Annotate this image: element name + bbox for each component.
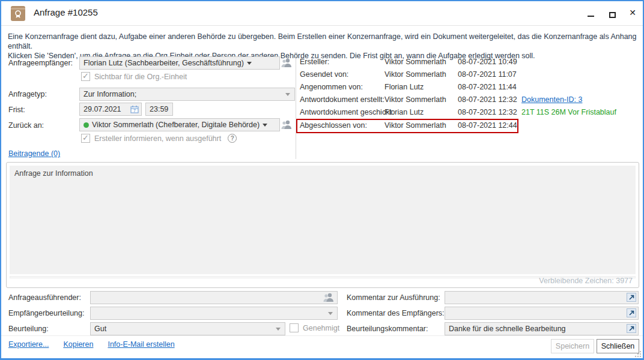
document-id-link[interactable]: Dokumenten-ID: 3 bbox=[521, 95, 582, 104]
history-name: Viktor Sommerlath bbox=[384, 58, 458, 66]
chevron-down-icon bbox=[263, 124, 267, 127]
history-name: Viktor Sommerlath bbox=[384, 121, 458, 130]
deadline-time-input[interactable]: 23:59 bbox=[145, 103, 173, 116]
rating-comment-value: Danke für die schnelle Bearbeitung bbox=[449, 325, 566, 333]
expand-icon[interactable] bbox=[627, 308, 636, 317]
intro-line-1: Eine Konzernanfrage dient dazu, Aufgabe … bbox=[8, 32, 640, 51]
close-dialog-button[interactable]: Schließen bbox=[597, 339, 639, 353]
executor-label: Anfrageausführender: bbox=[8, 293, 81, 302]
footer-divider bbox=[1, 335, 643, 336]
history-label: Angenommen von: bbox=[300, 83, 384, 91]
maximize-icon bbox=[609, 12, 616, 18]
history-date: 08-07-2021 12:32 bbox=[458, 108, 521, 116]
deadline-label: Frist: bbox=[8, 106, 25, 114]
history-row-answer-created: Antwortdokument erstellt: Viktor Sommerl… bbox=[300, 95, 582, 104]
expand-icon[interactable] bbox=[627, 324, 636, 333]
people-icon[interactable] bbox=[280, 58, 293, 68]
rating-comment-label: Beurteilungskommentar: bbox=[347, 325, 428, 333]
message-panel: Anfrage zur Information Verbleibende Zei… bbox=[6, 162, 639, 288]
rating-dropdown[interactable]: Gut bbox=[90, 322, 285, 335]
minimize-icon bbox=[588, 16, 594, 17]
request-app-icon bbox=[11, 6, 25, 21]
request-type-value: Zur Information; bbox=[84, 90, 136, 98]
request-type-label: Anfragetyp: bbox=[8, 90, 47, 98]
org-unit-visible-checkbox[interactable]: Sichtbar für die Org.-Einheit bbox=[81, 72, 187, 81]
comment-execution-field[interactable] bbox=[445, 291, 639, 304]
calendar-icon[interactable]: 7 bbox=[130, 105, 139, 113]
return-to-dropdown[interactable]: Viktor Sommerlath (Chefberater, Digitale… bbox=[79, 118, 280, 131]
close-button[interactable]: ✕ bbox=[624, 5, 642, 20]
history-name: Viktor Sommerlath bbox=[384, 70, 458, 79]
comment-execution-label: Kommentar zur Ausführung: bbox=[347, 293, 440, 302]
message-text: Anfrage zur Information bbox=[14, 169, 93, 178]
form-divider bbox=[296, 56, 296, 159]
chevron-down-icon bbox=[328, 312, 333, 315]
rating-value: Gut bbox=[94, 325, 106, 333]
people-icon[interactable] bbox=[280, 119, 293, 130]
history-label: Abgeschlossen von: bbox=[300, 121, 384, 130]
recipient-rating-dropdown[interactable] bbox=[90, 307, 338, 320]
window-title: Anfrage #10255 bbox=[34, 7, 98, 17]
approved-checkbox[interactable]: Genehmigt bbox=[290, 323, 339, 332]
copy-link[interactable]: Kopieren bbox=[63, 340, 93, 349]
maximize-button[interactable] bbox=[603, 5, 621, 20]
checkbox-checked-icon bbox=[81, 134, 90, 143]
dialog-window: Anfrage #10255 ✕ Eine Konzernanfrage die… bbox=[0, 0, 644, 360]
resize-grip[interactable] bbox=[634, 350, 642, 358]
inform-creator-checkbox[interactable]: Ersteller informieren, wenn ausgeführt ? bbox=[81, 134, 237, 143]
people-icon[interactable] bbox=[322, 292, 335, 303]
history-name: Florian Lutz bbox=[384, 83, 458, 91]
executor-field[interactable] bbox=[90, 291, 338, 304]
chevron-down-icon bbox=[285, 93, 290, 96]
expand-icon[interactable] bbox=[627, 293, 636, 302]
remaining-chars: Verbleibende Zeichen: 3977 bbox=[539, 277, 633, 285]
history-label: Antwortdokument geschickt: bbox=[300, 108, 384, 116]
return-to-label: Zurück an: bbox=[8, 121, 44, 130]
checkbox-unchecked-icon bbox=[290, 323, 299, 332]
help-icon[interactable]: ? bbox=[228, 134, 237, 143]
request-recipient-label: Anfrageempfänger: bbox=[8, 59, 73, 67]
history-date: 08-07-2021 11:07 bbox=[458, 70, 521, 79]
export-link[interactable]: Exportiere... bbox=[8, 340, 49, 349]
request-recipient-value: Florian Lutz (Sachbearbeiter, Geschäftsf… bbox=[84, 59, 244, 67]
minimize-button[interactable] bbox=[582, 5, 600, 20]
history-row-completed: Abgeschlossen von: Viktor Sommerlath 08-… bbox=[300, 121, 521, 130]
history-row-answer-sent: Antwortdokument geschickt: Florian Lutz … bbox=[300, 108, 616, 116]
recipient-rating-label: Empfängerbeurteilung: bbox=[8, 309, 84, 317]
comment-recipient-field[interactable] bbox=[445, 307, 639, 320]
approved-label: Genehmigt bbox=[303, 324, 339, 332]
deadline-time-value: 23:59 bbox=[150, 105, 168, 113]
request-recipient-dropdown[interactable]: Florian Lutz (Sachbearbeiter, Geschäftsf… bbox=[79, 56, 280, 70]
chevron-down-icon bbox=[276, 328, 281, 331]
history-date: 08-07-2021 10:49 bbox=[458, 58, 521, 66]
history-label: Gesendet von: bbox=[300, 70, 384, 79]
save-button[interactable]: Speichern bbox=[551, 339, 594, 353]
history-row-sent: Gesendet von: Viktor Sommerlath 08-07-20… bbox=[300, 70, 521, 79]
checkbox-checked-icon bbox=[81, 72, 90, 81]
history-label: Antwortdokument erstellt: bbox=[300, 95, 384, 104]
history-name: Florian Lutz bbox=[384, 108, 458, 116]
deadline-status-text: 21T 11S 26M Vor Fristablauf bbox=[521, 108, 616, 116]
rating-comment-field[interactable]: Danke für die schnelle Bearbeitung bbox=[445, 322, 639, 335]
window-titlebar: Anfrage #10255 ✕ bbox=[1, 1, 643, 26]
svg-text:7: 7 bbox=[133, 109, 136, 113]
chevron-down-icon bbox=[247, 62, 252, 65]
comment-recipient-label: Kommentar des Empfängers: bbox=[347, 309, 445, 317]
message-textarea[interactable]: Anfrage zur Information bbox=[10, 166, 636, 274]
history-date: 08-07-2021 12:32 bbox=[458, 95, 521, 104]
org-unit-visible-label: Sichtbar für die Org.-Einheit bbox=[94, 73, 187, 81]
deadline-date-input[interactable]: 29.07.2021 7 bbox=[79, 103, 142, 116]
presence-online-icon bbox=[84, 122, 89, 128]
contributors-link[interactable]: Beitragende (0) bbox=[8, 149, 60, 158]
info-email-link[interactable]: Info-E-Mail erstellen bbox=[108, 340, 174, 349]
close-icon: ✕ bbox=[624, 5, 642, 20]
history-date: 08-07-2021 12:44 bbox=[458, 121, 521, 130]
history-row-accepted: Angenommen von: Florian Lutz 08-07-2021 … bbox=[300, 83, 521, 91]
history-date: 08-07-2021 11:44 bbox=[458, 83, 521, 91]
inform-creator-label: Ersteller informieren, wenn ausgeführt bbox=[94, 134, 221, 143]
history-name: Viktor Sommerlath bbox=[384, 95, 458, 104]
rating-label: Beurteilung: bbox=[8, 325, 49, 333]
deadline-date-value: 29.07.2021 bbox=[84, 105, 121, 113]
request-type-dropdown[interactable]: Zur Information; bbox=[79, 88, 295, 101]
history-row-creator: Ersteller: Viktor Sommerlath 08-07-2021 … bbox=[300, 58, 521, 66]
